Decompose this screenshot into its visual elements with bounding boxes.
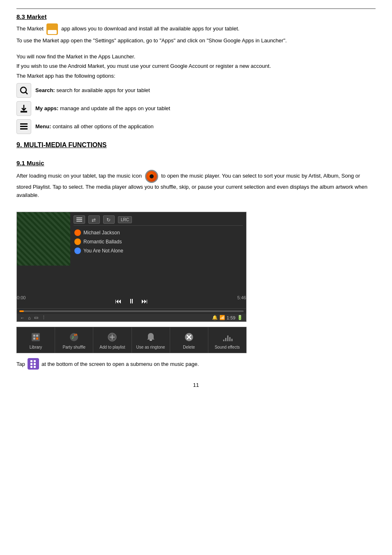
svg-rect-13: [33, 335, 35, 337]
svg-rect-6: [20, 128, 28, 130]
svg-rect-4: [20, 123, 28, 125]
svg-text:⇄: ⇄: [74, 333, 77, 337]
market-intro-text2: app allows you to download and install a…: [61, 25, 240, 32]
prev-btn[interactable]: ⏮: [115, 298, 122, 305]
playback-controls[interactable]: ⏮ ⏸ ⏭: [115, 295, 148, 308]
shuffle-icon: ⇄: [91, 217, 97, 222]
tap-text-before: Tap: [16, 361, 25, 367]
pause-btn[interactable]: ⏸: [128, 298, 135, 305]
player-right: ⇄ ↻ LRC Michael Jackson: [70, 212, 246, 294]
dot5: [30, 366, 32, 368]
download-icon: [19, 104, 29, 113]
music-app-icon: [145, 170, 158, 183]
add-playlist-label: Add to playlist: [99, 345, 125, 349]
shuffle-btn[interactable]: ⇄: [88, 215, 100, 224]
list-icon: [76, 217, 82, 222]
recent-icon[interactable]: ▭: [34, 315, 38, 320]
market-app-icon: [46, 23, 58, 35]
menu-library[interactable]: Library: [17, 327, 55, 353]
svg-rect-5: [20, 126, 28, 127]
lrc-btn[interactable]: LRC: [118, 216, 132, 223]
music-intro: After loading music on your tablet, tap …: [16, 170, 376, 199]
svg-rect-14: [36, 335, 38, 337]
myapps-desc: manage and update all the apps on your t…: [60, 105, 170, 111]
back-icon[interactable]: ←: [20, 315, 25, 320]
svg-rect-15: [33, 338, 35, 340]
page-number: 11: [16, 382, 376, 388]
market-p4: The Market app has the following options…: [16, 72, 376, 80]
list-view-btn[interactable]: [74, 215, 85, 224]
player-bottom: 0:00 ⏮ ⏸ ⏭ 5:46 ← ⌂ ▭ ⋮: [17, 294, 246, 321]
dot1: [30, 360, 32, 362]
tap-text-after: at the bottom of the screen to open a su…: [42, 361, 199, 367]
menu-label: Menu:: [35, 123, 51, 130]
submenu-icon: [28, 358, 39, 370]
progress-fill: [19, 310, 24, 312]
menu-delete[interactable]: Delete: [170, 327, 208, 353]
svg-text:⇄: ⇄: [92, 217, 96, 222]
progress-bar[interactable]: [19, 310, 244, 312]
menu-party-shuffle[interactable]: ♪ ⇄ Party shuffle: [55, 327, 93, 353]
time-row: 0:00 ⏮ ⏸ ⏭ 5:46: [17, 294, 246, 308]
myapps-option-icon: [16, 101, 31, 116]
battery-icon: 🔋: [237, 315, 243, 320]
playlist-artist: Michael Jackson: [74, 228, 243, 237]
dots-grid: [30, 360, 36, 368]
section-9: 9. MULTI-MEDIA FUNCTIONS: [16, 141, 376, 152]
music-intro-p1: After loading music on your tablet, tap …: [16, 173, 142, 179]
sound-effects-icon: [221, 331, 234, 344]
svg-rect-12: [32, 333, 40, 341]
lrc-label: LRC: [121, 217, 129, 222]
menu-option-text: Menu: contains all other options of the …: [35, 123, 154, 130]
market-p3: If you wish to use the Android Market, y…: [16, 62, 376, 70]
svg-text:↻: ↻: [106, 217, 111, 222]
party-shuffle-icon: ♪ ⇄: [67, 331, 81, 344]
svg-rect-16: [36, 338, 38, 340]
option-myapps: My apps: manage and update all the apps …: [16, 101, 376, 116]
album-art: [17, 212, 70, 266]
market-intro-text1: The Market: [16, 25, 44, 32]
song-icon: [74, 247, 81, 254]
library-label: Library: [30, 345, 42, 349]
search-label: Search:: [35, 87, 55, 93]
option-search: Search: search for available apps for yo…: [16, 83, 376, 98]
section-91: 9.1 Music After loading music on your ta…: [16, 160, 376, 370]
volume-icon: 🔔: [212, 315, 218, 320]
time-start: 0:00: [17, 295, 25, 308]
tap-instruction: Tap at the bottom of the screen to open …: [16, 358, 376, 370]
repeat-icon: ↻: [106, 217, 112, 222]
repeat-btn[interactable]: ↻: [103, 215, 115, 224]
search-option-icon: [16, 83, 31, 98]
market-intro: The Market app allows you to download an…: [16, 23, 376, 35]
svg-rect-7: [76, 217, 82, 218]
music-player-screenshot: ⇄ ↻ LRC Michael Jackson: [16, 212, 247, 322]
svg-rect-28: [225, 338, 226, 341]
music-menu-bar: Library ♪ ⇄ Party shuffle Add to playlis: [16, 327, 247, 353]
menu-add-playlist[interactable]: Add to playlist: [93, 327, 131, 353]
playlist-album: Romantic Ballads: [74, 237, 243, 246]
menu-use-ringtone[interactable]: Use as ringtone: [132, 327, 170, 353]
myapps-option-text: My apps: manage and update all the apps …: [35, 105, 170, 112]
album-name: Romantic Ballads: [83, 239, 122, 245]
search-option-text: Search: search for available apps for yo…: [35, 87, 150, 94]
time-display: 1:59: [227, 315, 235, 320]
search-desc: search for available apps for your table…: [56, 87, 150, 93]
dot6: [34, 366, 36, 368]
next-btn[interactable]: ⏭: [141, 298, 148, 305]
ringtone-label: Use as ringtone: [136, 345, 165, 349]
more-icon[interactable]: ⋮: [42, 315, 46, 320]
svg-rect-29: [227, 335, 228, 341]
time-end: 5:46: [238, 295, 246, 308]
library-icon: [29, 331, 42, 344]
home-icon[interactable]: ⌂: [28, 315, 31, 320]
dot4: [34, 363, 36, 365]
section-83: 8.3 Market The Market app allows you to …: [16, 13, 376, 134]
svg-rect-27: [223, 340, 224, 341]
svg-rect-31: [231, 339, 233, 341]
menu-sound-effects[interactable]: Sound effects: [208, 327, 246, 353]
party-shuffle-label: Party shuffle: [63, 345, 85, 349]
menu-option-icon: [16, 119, 31, 134]
option-menu: Menu: contains all other options of the …: [16, 119, 376, 134]
song-name: You Are Not Alone: [83, 248, 123, 254]
myapps-label: My apps:: [35, 105, 58, 111]
